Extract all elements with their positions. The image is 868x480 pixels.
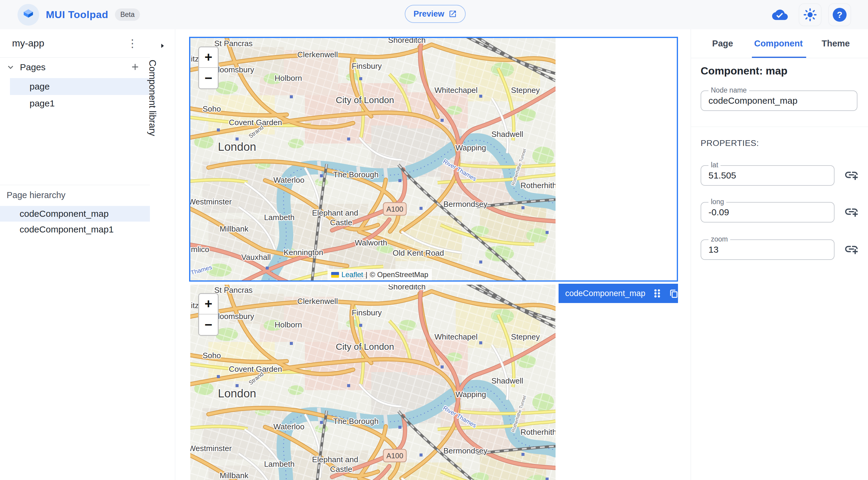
- tab-page[interactable]: Page: [706, 29, 739, 58]
- inspector-tabs: Page Component Theme: [691, 29, 868, 58]
- page-hierarchy-title: Page hierarchy: [7, 186, 65, 204]
- sidebar-item-page1[interactable]: page1: [10, 95, 169, 112]
- lat-input[interactable]: [709, 166, 821, 185]
- zoom-field: zoom: [701, 239, 835, 260]
- toolpad-editor: MUI Toolpad Beta Preview: [0, 0, 868, 480]
- divider: [691, 127, 868, 127]
- map-zoom-control: + −: [198, 293, 219, 336]
- bind-lat-button[interactable]: [843, 167, 859, 183]
- attribution-separator: |: [366, 270, 367, 279]
- map-zoom-in-button[interactable]: +: [199, 47, 218, 68]
- osm-credit: © OpenStreetMap: [370, 270, 428, 279]
- map-zoom-in-button[interactable]: +: [199, 294, 218, 315]
- explorer-sidebar: my-app ⋮ Pages page page1 Page hierarchy…: [0, 29, 150, 480]
- tab-theme[interactable]: Theme: [818, 29, 854, 58]
- app-header: MUI Toolpad Beta Preview: [0, 0, 868, 30]
- preview-label: Preview: [413, 9, 444, 19]
- hierarchy-item-codeComponent_map[interactable]: codeComponent_map: [0, 206, 150, 222]
- add-link-icon: [844, 204, 859, 219]
- hierarchy-item-codeComponent_map1[interactable]: codeComponent_map1: [0, 222, 150, 237]
- pages-section-header[interactable]: Pages: [0, 57, 150, 77]
- duplicate-node-button[interactable]: [669, 288, 679, 299]
- theme-toggle-button[interactable]: [799, 3, 822, 26]
- active-tab-indicator: [752, 57, 806, 58]
- help-icon: ?: [833, 8, 846, 22]
- map-artwork: [190, 38, 556, 280]
- long-field: long: [701, 202, 835, 223]
- map-zoom-out-button[interactable]: −: [199, 315, 218, 335]
- selected-node-name: codeComponent_map: [565, 289, 645, 298]
- divider: [0, 185, 150, 185]
- map-attribution: Leaflet | © OpenStreetMap: [328, 269, 432, 280]
- selected-node-toolbar: codeComponent_map: [559, 284, 678, 303]
- app-name: my-app: [12, 29, 44, 57]
- component-library-label: Component library: [147, 60, 158, 136]
- selected-component-outline[interactable]: + − Leaflet | © OpenStreetMap: [189, 37, 678, 282]
- chevron-down-icon: [5, 62, 16, 73]
- leaflet-link[interactable]: Leaflet: [341, 270, 363, 279]
- tab-component[interactable]: Component: [748, 29, 809, 58]
- preview-button[interactable]: Preview: [405, 5, 466, 23]
- bind-zoom-button[interactable]: [843, 242, 859, 257]
- app-name-row: my-app ⋮: [0, 29, 150, 58]
- map-zoom-out-button[interactable]: −: [199, 68, 218, 88]
- long-input[interactable]: [709, 203, 821, 222]
- zoom-input[interactable]: [709, 240, 821, 259]
- help-button[interactable]: ?: [828, 3, 851, 26]
- beta-badge: Beta: [115, 8, 140, 21]
- node-name-input[interactable]: [709, 91, 841, 110]
- node-name-field: Node name: [701, 91, 858, 111]
- brightness-icon: [803, 8, 817, 22]
- map-component-1[interactable]: + − Leaflet | © OpenStreetMap: [190, 38, 556, 280]
- app-title: MUI Toolpad: [46, 9, 108, 21]
- component-heading: Component: map: [701, 65, 787, 77]
- pages-section-label: Pages: [20, 57, 45, 77]
- chevron-right-icon[interactable]: [156, 39, 169, 53]
- map-component-2[interactable]: + −: [190, 285, 556, 480]
- cloud-saved-icon: [768, 3, 792, 27]
- editor-canvas[interactable]: + − Leaflet | © OpenStreetMap codeCompon…: [175, 29, 691, 480]
- drag-handle-icon[interactable]: [653, 288, 662, 299]
- sidebar-item-page[interactable]: page: [10, 78, 169, 95]
- properties-title: PROPERTIES:: [701, 138, 759, 148]
- external-link-icon: [448, 10, 457, 18]
- brand: MUI Toolpad Beta: [18, 0, 140, 29]
- add-link-icon: [844, 167, 859, 183]
- inspector-panel: Page Component Theme Component: map Node…: [691, 29, 868, 480]
- ukraine-flag-icon: [331, 272, 339, 278]
- header-actions: ?: [768, 0, 851, 29]
- app-menu-button[interactable]: ⋮: [124, 35, 141, 52]
- bind-long-button[interactable]: [843, 204, 859, 220]
- map-artwork: [190, 285, 556, 480]
- add-link-icon: [844, 242, 859, 257]
- toolpad-logo-icon: [18, 4, 39, 26]
- lat-field: lat: [701, 165, 835, 186]
- add-page-button[interactable]: [128, 60, 142, 74]
- map-zoom-control: + −: [198, 46, 219, 89]
